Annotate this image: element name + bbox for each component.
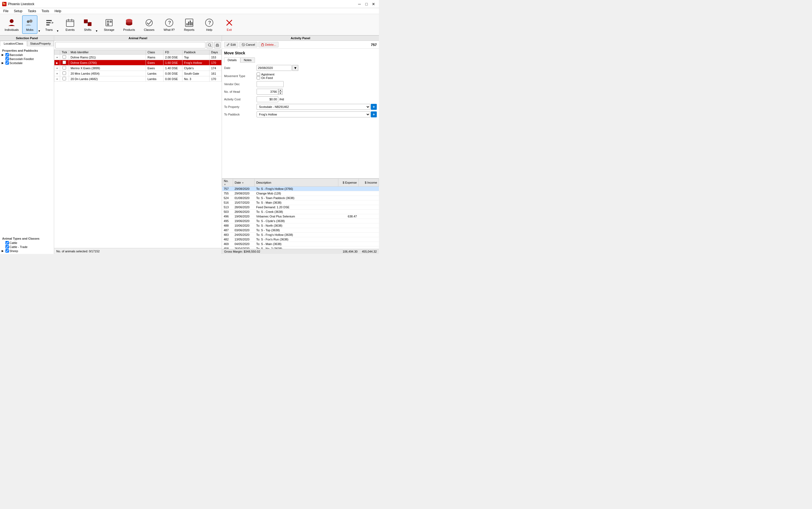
spinner-up[interactable]: ▲ (278, 89, 283, 92)
toolbar-whatif[interactable]: ? What If? (160, 15, 179, 34)
tree-item-scotsdale[interactable]: ▶ Scotsdale (1, 61, 53, 65)
menu-help[interactable]: Help (52, 9, 63, 13)
col-fd[interactable]: FD (163, 50, 182, 55)
trans-arrow[interactable]: ▼ (56, 15, 60, 34)
tab-location-class[interactable]: Location/Class (0, 41, 27, 46)
to-paddock-add-button[interactable]: + (371, 111, 377, 117)
history-row[interactable]: 503 28/06/2020 To: S - Creek (3638) (222, 210, 379, 214)
table-row[interactable]: + Merino X Ewes (3899) Ewes 1.40 DSE Cly… (54, 65, 222, 71)
tree-item-sheep[interactable]: ▶ Sheep (1, 249, 53, 253)
print-button[interactable] (214, 42, 221, 48)
row-expand[interactable]: + (54, 76, 60, 82)
col-days[interactable]: Days (210, 50, 222, 55)
cancel-button[interactable]: Cancel (239, 42, 257, 47)
table-row[interactable]: + Dohne Rams (251) Rams 2.00 DSE Top 153 (54, 55, 222, 60)
main-layout: Selection Panel Location/Class Status/Pr… (0, 36, 379, 254)
tree-item-cattle[interactable]: Cattle (1, 241, 53, 245)
maximize-button[interactable]: □ (363, 1, 370, 7)
sheep-checkbox[interactable] (5, 249, 9, 252)
cattle-trade-checkbox[interactable] (5, 245, 9, 248)
no-of-head-input[interactable] (257, 89, 278, 95)
history-row[interactable]: 524 01/08/2020 To: S - Town Paddock (363… (222, 196, 379, 200)
col-class[interactable]: Class (146, 50, 163, 55)
col-tick[interactable]: Tick (60, 50, 69, 55)
tree-item-barcoolah-feedlot[interactable]: Barcoolah Feedlot (1, 57, 53, 61)
tab-details[interactable]: Details (224, 57, 240, 63)
scotsdale-checkbox[interactable] (5, 61, 9, 65)
menu-tasks[interactable]: Tasks (26, 9, 38, 13)
history-row[interactable]: 516 15/07/2020 To: S - Main (3638) (222, 200, 379, 205)
on-feed-checkbox[interactable] (257, 76, 260, 79)
row-expand[interactable]: ▶ (54, 60, 60, 65)
edit-button[interactable]: Edit (224, 42, 238, 47)
history-row[interactable]: 469 04/05/2020 To: S - Main (3638) (222, 242, 379, 246)
col-mob-identifier[interactable]: Mob Identifier (69, 50, 146, 55)
history-row[interactable]: 482 13/05/2020 To: S - Fox's Run (3638) (222, 237, 379, 242)
close-button[interactable]: ✕ (370, 1, 377, 7)
cattle-checkbox[interactable] (5, 241, 9, 244)
date-input[interactable] (257, 65, 292, 71)
delete-button[interactable]: Delete... (258, 42, 279, 47)
toolbar-events[interactable]: Events (61, 15, 80, 34)
toolbar-individuals[interactable]: Individuals (2, 15, 21, 34)
tab-notes[interactable]: Notes (240, 57, 255, 63)
table-row[interactable]: + 20 Dn Lambs (4682) Lambs 0.00 DSE No. … (54, 76, 222, 82)
menu-tools[interactable]: Tools (39, 9, 51, 13)
history-row[interactable]: 458 26/04/2020 To: S - No. 2 (3638) (222, 246, 379, 249)
to-property-select[interactable]: Scotsdale - NB291462 (257, 104, 370, 110)
toolbar-trans[interactable]: Trans (42, 15, 56, 34)
history-row[interactable]: 513 28/06/2020 Feed Demand: 1.20 DSE (222, 205, 379, 210)
tree-item-barcoolah[interactable]: ▶ Barcoolah (1, 53, 53, 57)
row-expand[interactable]: + (54, 65, 60, 71)
vendor-dec-input[interactable] (257, 81, 284, 87)
search-input[interactable] (55, 42, 206, 48)
to-paddock-select[interactable]: Frog's Hollow (257, 111, 370, 117)
minimize-button[interactable]: ─ (356, 1, 363, 7)
col-paddock[interactable]: Paddock (182, 50, 210, 55)
toolbar-shifts[interactable]: Shifts (81, 15, 95, 34)
table-row[interactable]: ▶ Dohne Ewes (3766) Ewes 1.60 DSE Frog's… (54, 60, 222, 65)
history-row[interactable]: 496 19/06/2020 Virbamec Oral Plus Seleni… (222, 214, 379, 219)
toolbar-help[interactable]: ? Help (200, 15, 219, 34)
barcoolah-feedlot-checkbox[interactable] (5, 57, 9, 61)
row-checkbox[interactable] (63, 61, 66, 64)
menu-setup[interactable]: Setup (12, 9, 24, 13)
mobs-arrow[interactable]: ▼ (37, 15, 41, 34)
agistment-checkbox[interactable] (257, 72, 260, 76)
row-checkbox[interactable] (63, 66, 66, 69)
tab-status-property[interactable]: Status/Property (27, 41, 54, 46)
col-expense-header[interactable]: $ Expense (338, 179, 358, 186)
history-row[interactable]: 488 10/06/2020 To: S - North (3638) (222, 224, 379, 228)
tree-item-cattle-trade[interactable]: Cattle - Trade (1, 245, 53, 249)
row-checkbox[interactable] (63, 71, 66, 75)
toolbar-products[interactable]: Products (120, 15, 138, 34)
history-row[interactable]: 755 29/08/2020 Change Mob (128) (222, 191, 379, 196)
activity-cost-input[interactable] (257, 96, 278, 102)
row-checkbox[interactable] (63, 77, 66, 80)
history-row[interactable]: 487 03/06/2020 To: S - Top (3638) (222, 228, 379, 233)
row-expand[interactable]: + (54, 71, 60, 76)
search-icon (208, 43, 212, 47)
col-no-header[interactable]: No. ▼ (222, 179, 233, 186)
date-picker-button[interactable]: ▼ (292, 65, 298, 71)
toolbar-exit[interactable]: Exit (220, 15, 239, 34)
history-row[interactable]: 757 29/08/2020 To: S - Frog's Hollow (37… (222, 186, 379, 191)
table-row[interactable]: + 20 Mnx Lambs (4554) Lambs 0.00 DSE Sou… (54, 71, 222, 76)
history-row[interactable]: 483 24/05/2020 To: S - Frog's Hollow (36… (222, 233, 379, 237)
barcoolah-checkbox[interactable] (5, 53, 9, 57)
toolbar-reports[interactable]: Reports (180, 15, 199, 34)
search-button[interactable] (207, 42, 213, 48)
toolbar-mobs[interactable]: Mobs (22, 15, 37, 34)
col-description-header[interactable]: Description (255, 179, 338, 186)
shifts-arrow[interactable]: ▼ (95, 15, 98, 34)
menu-file[interactable]: File (1, 9, 10, 13)
col-date-header[interactable]: Date ▼ (233, 179, 255, 186)
to-property-add-button[interactable]: + (371, 104, 377, 110)
col-income-header[interactable]: $ Income (358, 179, 379, 186)
row-expand[interactable]: + (54, 55, 60, 60)
row-checkbox[interactable] (63, 55, 66, 59)
toolbar-classes[interactable]: Classes (140, 15, 159, 34)
spinner-down[interactable]: ▼ (278, 92, 283, 95)
history-row[interactable]: 495 19/06/2020 To: S - Clyde's (3638) (222, 219, 379, 224)
toolbar-storage[interactable]: Storage (100, 15, 119, 34)
